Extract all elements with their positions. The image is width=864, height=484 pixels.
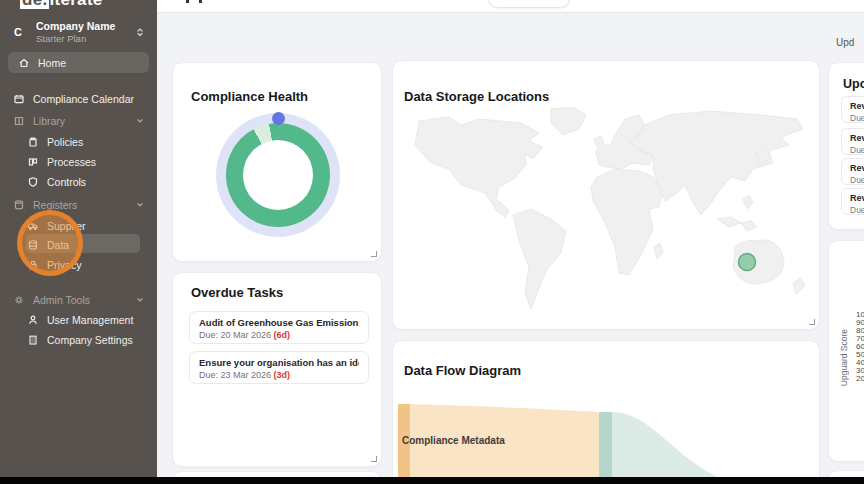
task-title: Revie bbox=[850, 101, 864, 111]
company-avatar: C bbox=[14, 26, 22, 38]
sidebar-item-label: Company Settings bbox=[47, 334, 133, 346]
sidebar-item-label: Processes bbox=[47, 156, 96, 168]
company-selector[interactable]: C Company Name Starter Plan bbox=[0, 17, 157, 47]
task-title: Audit of Greenhouse Gas Emissions bbox=[199, 317, 359, 328]
sidebar-item-privacy[interactable]: Privacy bbox=[0, 256, 157, 274]
map-greenland bbox=[551, 107, 586, 135]
chevron-down-icon bbox=[135, 295, 145, 305]
card-title: Compliance Health bbox=[191, 89, 308, 104]
upcoming-task-item[interactable]: Revie Due: bbox=[841, 96, 864, 123]
donut-hole bbox=[243, 140, 313, 210]
database-icon bbox=[27, 239, 39, 251]
y-axis-label: Upguard Score bbox=[839, 329, 849, 386]
task-due: Due: bbox=[850, 205, 864, 215]
task-due: Due: bbox=[850, 145, 864, 155]
home-icon bbox=[18, 57, 30, 69]
sidebar-item-processes[interactable]: Processes bbox=[0, 153, 157, 171]
truck-icon bbox=[27, 220, 39, 232]
policies-icon bbox=[27, 136, 39, 148]
library-icon bbox=[13, 115, 25, 127]
task-title: Ensure your organisation has an identifi… bbox=[199, 357, 359, 368]
sidebar-group-label: Admin Tools bbox=[33, 294, 90, 306]
map-south-america bbox=[513, 209, 566, 309]
updated-label: Upd bbox=[836, 37, 854, 48]
app-window: de.iterate C Company Name Starter Plan H… bbox=[0, 0, 864, 484]
storage-location-marker bbox=[739, 254, 756, 271]
task-title: Revie bbox=[850, 133, 864, 143]
company-plan: Starter Plan bbox=[36, 33, 115, 44]
sidebar-group-registers[interactable]: Registers bbox=[0, 196, 157, 214]
logo-prefix: de. bbox=[20, 0, 49, 9]
gear-icon bbox=[13, 294, 25, 306]
sidebar-group-library[interactable]: Library bbox=[0, 112, 157, 130]
task-due: Due: 20 Mar 2026 (6d) bbox=[199, 330, 359, 340]
overdue-task-item[interactable]: Audit of Greenhouse Gas Emissions Due: 2… bbox=[189, 311, 369, 344]
header-button[interactable] bbox=[488, 0, 570, 8]
sidebar-group-label: Registers bbox=[33, 199, 77, 211]
map-new-zealand bbox=[793, 278, 805, 294]
sidebar-item-label: Compliance Calendar bbox=[33, 93, 134, 105]
donut-marker-dot bbox=[272, 112, 285, 125]
overdue-tasks-card: Overdue Tasks Audit of Greenhouse Gas Em… bbox=[172, 272, 382, 467]
sidebar-item-company-settings[interactable]: Company Settings bbox=[0, 331, 157, 349]
map-madagascar bbox=[654, 243, 663, 259]
sidebar: de.iterate C Company Name Starter Plan H… bbox=[0, 0, 157, 477]
chevron-down-icon bbox=[135, 116, 145, 126]
y-axis-tick: 20 bbox=[856, 375, 864, 383]
sidebar-group-admin-tools[interactable]: Admin Tools bbox=[0, 291, 157, 309]
sidebar-item-user-management[interactable]: User Management bbox=[0, 311, 157, 329]
task-due: Due: bbox=[850, 175, 864, 185]
sankey-flow-target bbox=[612, 412, 781, 484]
task-title: Revie bbox=[850, 193, 864, 203]
map-indonesia-2 bbox=[741, 221, 757, 231]
card-title: Data Storage Locations bbox=[404, 89, 549, 104]
page-title-partial bbox=[199, 0, 202, 3]
sidebar-item-label: Privacy bbox=[47, 259, 81, 271]
map-indonesia-1 bbox=[717, 217, 741, 227]
upcoming-task-item[interactable]: Revie Due: bbox=[841, 128, 864, 155]
data-storage-card: Data Storage Locations bbox=[392, 60, 820, 330]
sidebar-item-supplier[interactable]: Supplier bbox=[0, 217, 157, 235]
task-overdue-days: (3d) bbox=[274, 370, 291, 380]
sidebar-item-data[interactable]: Data bbox=[0, 236, 157, 254]
upcoming-task-item[interactable]: Revie Due: bbox=[841, 188, 864, 215]
sidebar-item-policies[interactable]: Policies bbox=[0, 133, 157, 151]
sidebar-item-label: Home bbox=[38, 57, 66, 69]
window-bottom-edge bbox=[0, 477, 864, 484]
resize-handle[interactable] bbox=[371, 251, 377, 257]
company-name: Company Name bbox=[36, 20, 115, 33]
map-philippines bbox=[743, 195, 753, 209]
compliance-donut-chart bbox=[216, 113, 340, 237]
task-title: Revie bbox=[850, 163, 864, 173]
app-logo: de.iterate bbox=[20, 0, 150, 11]
sidebar-item-label: Supplier bbox=[47, 220, 86, 232]
task-overdue-days: (6d) bbox=[274, 330, 291, 340]
processes-icon bbox=[27, 156, 39, 168]
building-icon bbox=[27, 334, 39, 346]
sidebar-item-label: Policies bbox=[47, 136, 83, 148]
sidebar-item-label: Controls bbox=[47, 176, 86, 188]
lock-icon bbox=[27, 259, 39, 271]
compliance-health-card: Compliance Health bbox=[172, 62, 382, 262]
sidebar-item-label: User Management bbox=[47, 314, 133, 326]
logo-suffix: iterate bbox=[49, 0, 102, 9]
overdue-task-item[interactable]: Ensure your organisation has an identifi… bbox=[189, 351, 369, 384]
page-title-partial bbox=[186, 0, 189, 3]
sankey-diagram bbox=[393, 341, 820, 484]
map-north-america bbox=[415, 117, 543, 217]
sidebar-item-home[interactable]: Home bbox=[8, 52, 149, 73]
sankey-node-target bbox=[599, 412, 612, 484]
sidebar-group-label: Library bbox=[33, 115, 65, 127]
upguard-score-card: Upguard Score 100 90 80 70 60 50 40 30 2… bbox=[828, 240, 864, 462]
card-title: Upco bbox=[843, 77, 864, 91]
chevrons-updown-icon bbox=[134, 26, 146, 38]
sidebar-item-label: Data bbox=[47, 239, 69, 251]
resize-handle[interactable] bbox=[371, 456, 377, 462]
card-title: Overdue Tasks bbox=[191, 285, 283, 300]
upcoming-task-item[interactable]: Revie Due: bbox=[841, 158, 864, 185]
resize-handle[interactable] bbox=[809, 319, 815, 325]
sidebar-item-controls[interactable]: Controls bbox=[0, 173, 157, 191]
sidebar-item-compliance-calendar[interactable]: Compliance Calendar bbox=[0, 90, 157, 108]
user-icon bbox=[27, 314, 39, 326]
registers-icon bbox=[13, 199, 25, 211]
